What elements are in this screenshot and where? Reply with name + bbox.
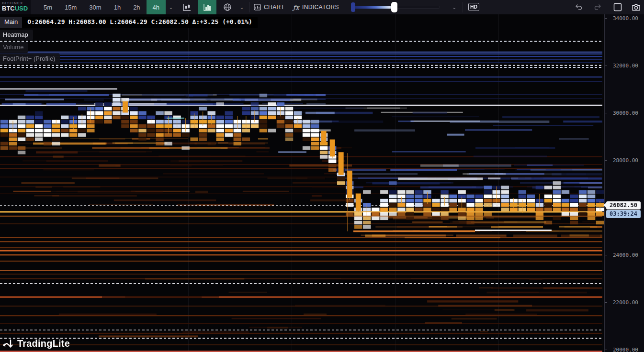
axis-tick: [605, 113, 607, 113]
chart-type-dropdown-chevron-icon[interactable]: ⌄: [237, 0, 246, 14]
ohlc-status-bar: Main O:26064.29 H:26083.00 L:26064.29 C:…: [0, 17, 258, 28]
histogram-icon: [203, 3, 212, 11]
axis-tick: [605, 160, 607, 161]
symbol-pair: BTCUSD: [2, 5, 31, 11]
price-axis[interactable]: ⌄ 34000.0032000.0030000.0028000.0026000.…: [604, 0, 644, 352]
axis-label-20000: 20000.00: [613, 347, 638, 352]
timeframe-button-4h[interactable]: 4h: [147, 0, 166, 14]
current-price-value: 26082.50: [606, 201, 641, 209]
chart-panel-icon: [254, 4, 261, 11]
slider-handle[interactable]: [391, 2, 397, 12]
globe-layers-button[interactable]: [219, 0, 236, 14]
slider-track-dim: [394, 6, 440, 9]
slider-track-gradient: [354, 6, 394, 9]
axis-tick: [605, 302, 607, 303]
tradinglite-logo-icon: [3, 339, 14, 349]
toolbar-separator: [463, 2, 463, 12]
hd-toggle-button[interactable]: HD: [468, 3, 479, 11]
axis-label-32000: 32000.00: [613, 63, 638, 69]
candles-icon: [182, 3, 192, 11]
liquidity-heatmap-chart[interactable]: [0, 0, 604, 352]
timeframe-button-1h[interactable]: 1h: [108, 0, 127, 14]
fx-icon: ƒx: [293, 4, 299, 11]
tradinglite-app: BITFINEX BTCUSD 5m15m30m1h2h4h ⌄: [0, 0, 644, 352]
axis-tick: [605, 255, 607, 255]
symbol-base: BTC: [2, 5, 15, 12]
axis-tick: [605, 350, 607, 350]
indicators-button[interactable]: ƒx INDICATORS: [293, 0, 339, 14]
screenshot-button[interactable]: [630, 0, 642, 14]
heatmap-intensity-slider[interactable]: [351, 2, 443, 12]
toolbar-separator: [249, 2, 250, 12]
ohlc-values: O:26064.29 H:26083.00 L:26064.29 C:26082…: [22, 17, 258, 28]
redo-button[interactable]: [591, 0, 604, 14]
candles-chart-type-button[interactable]: [178, 0, 195, 14]
timeframe-button-30m[interactable]: 30m: [83, 0, 107, 14]
chart-button-label: CHART: [264, 4, 284, 11]
globe-icon: [223, 3, 232, 11]
timeframe-button-15m[interactable]: 15m: [58, 0, 83, 14]
redo-icon: [594, 3, 602, 11]
layer-chip-heatmap[interactable]: Heatmap: [0, 30, 33, 40]
axis-label-22000: 22000.00: [613, 299, 638, 306]
layer-chip-volume[interactable]: Volume: [0, 42, 28, 53]
fullscreen-button[interactable]: [611, 0, 624, 14]
axis-label-28000: 28000.00: [613, 157, 638, 164]
watermark-label: TradingLite: [17, 338, 70, 349]
axis-label-24000: 24000.00: [613, 252, 638, 258]
slider-min-handle[interactable]: [351, 2, 355, 12]
axis-tick: [605, 18, 607, 19]
axis-label-34000: 34000.00: [613, 15, 638, 22]
undo-icon: [575, 3, 583, 11]
symbol-quote: USD: [15, 5, 28, 12]
timeframe-button-5m[interactable]: 5m: [37, 0, 58, 14]
histogram-chart-type-button[interactable]: [198, 0, 216, 14]
top-toolbar: BITFINEX BTCUSD 5m15m30m1h2h4h ⌄: [0, 0, 644, 14]
undo-button[interactable]: [572, 0, 585, 14]
chart-button[interactable]: CHART: [254, 0, 284, 14]
window-icon: [613, 3, 622, 11]
indicators-button-label: INDICATORS: [302, 4, 339, 11]
timeframe-button-2h[interactable]: 2h: [127, 0, 146, 14]
axis-tick: [605, 66, 607, 66]
axis-label-30000: 30000.00: [613, 110, 638, 116]
timeframe-group: 5m15m30m1h2h4h: [37, 0, 166, 14]
layer-chip-footprint-profile-[interactable]: FootPrint+ (Profile): [0, 54, 60, 64]
symbol-selector[interactable]: BITFINEX BTCUSD: [0, 0, 31, 14]
candle-countdown: 03:39:24: [606, 210, 641, 218]
current-price-tag: 26082.50 03:39:24: [606, 201, 641, 218]
camera-icon: [632, 3, 641, 11]
slider-dropdown-chevron-icon[interactable]: ⌄: [450, 0, 459, 14]
timeframe-dropdown-chevron-icon[interactable]: ⌄: [167, 0, 175, 14]
main-pane-chip[interactable]: Main: [0, 17, 22, 28]
tradinglite-watermark: TradingLite: [3, 338, 70, 349]
